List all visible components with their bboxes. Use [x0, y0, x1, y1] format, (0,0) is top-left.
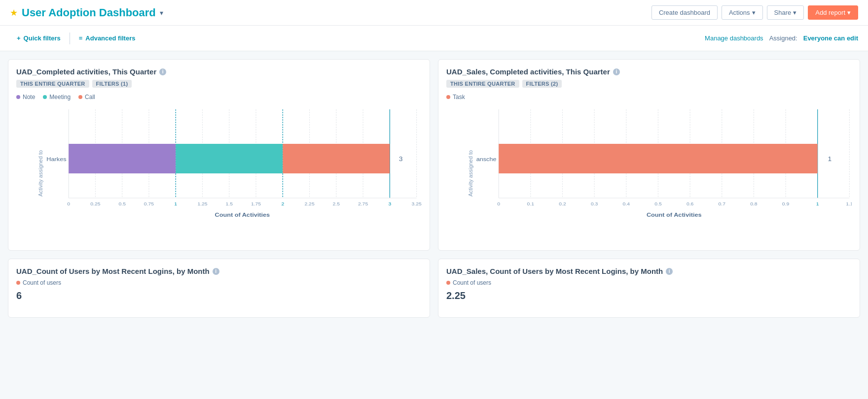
svg-text:0.1: 0.1	[527, 201, 534, 206]
card1-chart-svg: Victoria Harkes 3 0 0.25 0.5 0.75 1 1.25	[46, 104, 422, 223]
header-left: ★ User Adoption Dashboard ▾	[10, 6, 163, 19]
svg-text:1: 1	[828, 156, 832, 163]
legend-note: Note	[16, 94, 35, 100]
lines-icon: ≡	[79, 34, 83, 42]
svg-text:3: 3	[388, 201, 391, 206]
svg-text:0.25: 0.25	[90, 201, 100, 206]
task-dot	[446, 95, 450, 99]
card2-y-label: Activity assigned to	[468, 150, 473, 197]
meeting-dot	[43, 95, 47, 99]
dashboard-title: User Adoption Dashboard	[22, 6, 156, 19]
svg-text:1.75: 1.75	[251, 201, 261, 206]
bottom2-title: UAD_Sales, Count of Users by Most Recent…	[446, 267, 852, 275]
count-users-dot-1	[16, 281, 20, 285]
card1-y-label: Activity assigned to	[37, 150, 43, 197]
bottom2-info-icon[interactable]: i	[666, 268, 673, 275]
header: ★ User Adoption Dashboard ▾ Create dashb…	[0, 0, 868, 26]
card1-badges: THIS ENTIRE QUARTER FILTERS (1)	[16, 80, 422, 88]
filter-bar: + Quick filters ≡ Advanced filters Manag…	[0, 26, 868, 51]
share-button[interactable]: Share ▾	[767, 5, 804, 20]
svg-text:2.25: 2.25	[304, 201, 314, 206]
assigned-value[interactable]: Everyone can edit	[803, 34, 858, 42]
card2-title: UAD_Sales, Completed activities, This Qu…	[446, 67, 852, 76]
legend-meeting: Meeting	[43, 94, 71, 100]
card1-info-icon[interactable]: i	[159, 68, 166, 75]
svg-text:0.5: 0.5	[118, 201, 125, 206]
bottom2-legend: Count of users	[446, 279, 852, 286]
svg-text:0: 0	[67, 201, 70, 206]
legend-task: Task	[446, 94, 465, 100]
add-report-chevron-icon: ▾	[847, 9, 851, 16]
legend-count-users-1: Count of users	[16, 279, 61, 286]
svg-text:3.25: 3.25	[411, 201, 421, 206]
svg-text:0.75: 0.75	[144, 201, 154, 206]
svg-text:3: 3	[399, 156, 403, 163]
legend-call: Call	[78, 94, 95, 100]
manage-dashboards-link[interactable]: Manage dashboards	[705, 34, 763, 42]
legend-count-users-2: Count of users	[446, 279, 491, 286]
card-logins-month: UAD_Count of Users by Most Recent Logins…	[8, 259, 430, 318]
card2-info-icon[interactable]: i	[613, 68, 620, 75]
dashboard-content: UAD_Completed activities, This Quarter i…	[0, 51, 868, 326]
star-icon[interactable]: ★	[10, 7, 18, 18]
svg-text:1.1: 1.1	[846, 201, 852, 206]
svg-text:0.8: 0.8	[750, 201, 757, 206]
actions-chevron-icon: ▾	[752, 9, 756, 16]
bottom1-info-icon[interactable]: i	[213, 268, 219, 275]
svg-rect-16	[176, 144, 283, 173]
svg-text:2.75: 2.75	[358, 201, 368, 206]
card2-badge-quarter[interactable]: THIS ENTIRE QUARTER	[446, 80, 519, 88]
svg-text:0.6: 0.6	[687, 201, 693, 206]
bottom1-value: 6	[16, 290, 422, 301]
svg-text:2.5: 2.5	[333, 201, 340, 206]
card1-badge-filters[interactable]: FILTERS (1)	[92, 80, 132, 88]
card1-badge-quarter[interactable]: THIS ENTIRE QUARTER	[16, 80, 89, 88]
card-sales-completed: UAD_Sales, Completed activities, This Qu…	[438, 59, 860, 251]
card2-chart: Activity assigned to Derek Lansche	[446, 104, 852, 242]
assigned-label: Assigned:	[769, 34, 797, 42]
header-right: Create dashboard Actions ▾ Share ▾ Add r…	[651, 5, 858, 20]
svg-text:0.3: 0.3	[591, 201, 598, 206]
title-chevron-icon[interactable]: ▾	[160, 9, 163, 17]
note-dot	[16, 95, 20, 99]
add-report-button[interactable]: Add report ▾	[808, 5, 858, 20]
card-completed-activities: UAD_Completed activities, This Quarter i…	[8, 59, 430, 251]
svg-text:1.5: 1.5	[226, 201, 233, 206]
svg-text:Derek Lansche: Derek Lansche	[476, 156, 497, 163]
create-dashboard-button[interactable]: Create dashboard	[651, 5, 718, 20]
bottom2-value: 2.25	[446, 290, 852, 301]
filter-bar-right: Manage dashboards Assigned: Everyone can…	[705, 34, 858, 42]
count-users-dot-2	[446, 281, 450, 285]
plus-icon: +	[17, 34, 21, 42]
svg-text:0.7: 0.7	[719, 201, 725, 206]
svg-text:0.4: 0.4	[623, 201, 630, 206]
advanced-filters-button[interactable]: ≡ Advanced filters	[72, 32, 143, 45]
filter-divider	[70, 33, 70, 44]
svg-rect-15	[69, 144, 176, 173]
svg-text:2: 2	[281, 201, 284, 206]
svg-text:1: 1	[816, 201, 819, 206]
card2-chart-svg: Derek Lansche 1 0 0.1 0.2 0.3 0.4 0.5 0.…	[476, 104, 852, 223]
svg-rect-17	[283, 144, 390, 173]
svg-text:0.2: 0.2	[559, 201, 566, 206]
quick-filters-button[interactable]: + Quick filters	[10, 32, 68, 45]
svg-text:0.9: 0.9	[782, 201, 789, 206]
svg-text:Count of Activities: Count of Activities	[647, 212, 702, 218]
bottom1-title: UAD_Count of Users by Most Recent Logins…	[16, 267, 422, 275]
card2-legend: Task	[446, 94, 852, 100]
card2-badges: THIS ENTIRE QUARTER FILTERS (2)	[446, 80, 852, 88]
bottom1-legend: Count of users	[16, 279, 422, 286]
filter-bar-left: + Quick filters ≡ Advanced filters	[10, 32, 142, 45]
card1-legend: Note Meeting Call	[16, 94, 422, 100]
svg-text:0.5: 0.5	[654, 201, 661, 206]
card1-title: UAD_Completed activities, This Quarter i	[16, 67, 422, 76]
svg-rect-48	[499, 144, 818, 173]
svg-text:Count of Activities: Count of Activities	[215, 212, 270, 218]
card2-badge-filters[interactable]: FILTERS (2)	[522, 80, 562, 88]
svg-text:0: 0	[497, 201, 500, 206]
actions-button[interactable]: Actions ▾	[722, 5, 763, 20]
card1-chart: Activity assigned to Victoria Harkes	[16, 104, 422, 242]
svg-text:1: 1	[174, 201, 177, 206]
svg-text:1.25: 1.25	[197, 201, 207, 206]
share-chevron-icon: ▾	[793, 9, 796, 16]
